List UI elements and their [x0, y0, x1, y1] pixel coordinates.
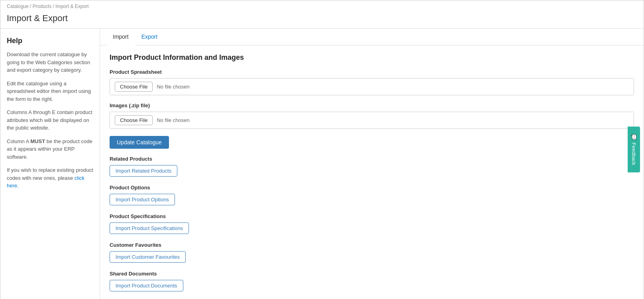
product-specs-label: Product Specifications — [110, 213, 634, 219]
sidebar-para-4: Column A MUST be the product code as it … — [7, 138, 93, 161]
breadcrumb-products[interactable]: Products — [33, 4, 51, 9]
tab-export[interactable]: Export — [135, 29, 164, 45]
spreadsheet-group: Product Spreadsheet Choose File No file … — [110, 69, 634, 95]
page-wrapper: Catalogue / Products / Import & Export I… — [0, 0, 644, 299]
sidebar-para-5: If you wish to replace existing product … — [7, 166, 93, 190]
related-products-label: Related Products — [110, 156, 634, 162]
images-label: Images (.zip file) — [110, 102, 634, 108]
sidebar-heading: Help — [7, 37, 93, 45]
images-file-input-row: Choose File No file chosen — [110, 112, 634, 129]
sidebar: Help Download the current catalogue by g… — [0, 29, 100, 299]
breadcrumb: Catalogue / Products / Import & Export — [7, 4, 637, 9]
sidebar-para-1: Download the current catalogue by going … — [7, 51, 93, 74]
images-group: Images (.zip file) Choose File No file c… — [110, 102, 634, 129]
feedback-icon: 💬 — [631, 134, 637, 140]
import-product-specs-button[interactable]: Import Product Specifications — [110, 222, 189, 234]
customer-favs-section: Customer Favourites Import Customer Favo… — [110, 242, 634, 263]
feedback-label: Feedback — [631, 142, 637, 165]
sidebar-click-here-link[interactable]: click here. — [7, 175, 84, 189]
main-content: Help Download the current catalogue by g… — [0, 29, 644, 299]
import-customer-favs-button[interactable]: Import Customer Favourites — [110, 251, 186, 263]
images-choose-file-btn[interactable]: Choose File — [115, 115, 153, 125]
customer-favs-label: Customer Favourites — [110, 242, 634, 248]
page-title: Import & Export — [7, 11, 637, 27]
product-options-label: Product Options — [110, 185, 634, 191]
spreadsheet-label: Product Spreadsheet — [110, 69, 634, 75]
import-product-options-button[interactable]: Import Product Options — [110, 194, 175, 205]
right-panel: Import Export Import Product Information… — [100, 29, 644, 299]
spreadsheet-file-input-row: Choose File No file chosen — [110, 78, 634, 95]
spreadsheet-no-file-text: No file chosen — [157, 84, 189, 90]
feedback-tab[interactable]: 💬 Feedback — [628, 126, 640, 172]
tabs-container: Import Export — [100, 29, 644, 45]
sidebar-para-2: Edit the catalogue using a spreadsheet e… — [7, 80, 93, 103]
spreadsheet-choose-file-btn[interactable]: Choose File — [115, 82, 153, 92]
import-section-title: Import Product Information and Images — [110, 53, 634, 62]
shared-docs-label: Shared Documents — [110, 271, 634, 277]
related-products-section: Related Products Import Related Products — [110, 156, 634, 177]
breadcrumb-catalogue[interactable]: Catalogue — [7, 4, 29, 9]
sidebar-para-3: Columns A through E contain product attr… — [7, 108, 93, 132]
content-area: Import Product Information and Images Pr… — [100, 45, 644, 299]
top-bar: Catalogue / Products / Import & Export I… — [0, 0, 644, 29]
product-specs-section: Product Specifications Import Product Sp… — [110, 213, 634, 234]
breadcrumb-current: Import & Export — [55, 4, 88, 9]
product-options-section: Product Options Import Product Options — [110, 185, 634, 205]
images-no-file-text: No file chosen — [157, 117, 189, 123]
shared-docs-section: Shared Documents Import Product Document… — [110, 271, 634, 291]
import-related-products-button[interactable]: Import Related Products — [110, 165, 177, 177]
tab-import[interactable]: Import — [106, 29, 135, 45]
update-catalogue-button[interactable]: Update Catalogue — [110, 136, 169, 149]
import-shared-docs-button[interactable]: Import Product Documents — [110, 280, 183, 291]
